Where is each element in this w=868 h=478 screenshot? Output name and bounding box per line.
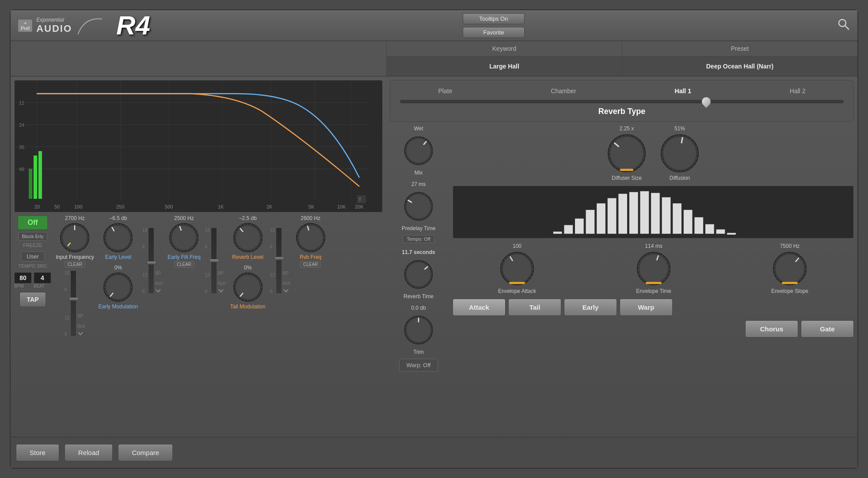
- svg-rect-101: [705, 224, 714, 234]
- env-slope-knob[interactable]: [772, 251, 807, 286]
- search-icon[interactable]: [837, 18, 850, 34]
- svg-text:5K: 5K: [308, 204, 315, 209]
- env-attack-knob[interactable]: [499, 251, 535, 286]
- reverb-level-group: −2.5 db Reverb Level 0%: [230, 215, 266, 310]
- rvb-freq-clear[interactable]: CLEAR: [300, 261, 321, 268]
- svg-rect-103: [727, 233, 736, 235]
- diffusion-knob[interactable]: [660, 133, 700, 173]
- predelay-knob[interactable]: [403, 191, 434, 222]
- rvb-freq-fader-thumb[interactable]: [274, 257, 284, 260]
- early-level-fader-thumb[interactable]: [147, 261, 156, 265]
- svg-text:36: 36: [19, 144, 24, 150]
- tooltips-button[interactable]: Tooltips On: [463, 13, 525, 24]
- svg-rect-88: [564, 225, 573, 234]
- svg-rect-91: [597, 203, 605, 234]
- early-mod-knob[interactable]: [103, 272, 133, 303]
- svg-point-47: [171, 225, 196, 250]
- input-freq-clear[interactable]: CLEAR: [65, 261, 85, 268]
- mix-knob[interactable]: [403, 135, 434, 166]
- svg-point-115: [775, 254, 804, 283]
- svg-point-79: [610, 137, 643, 170]
- favorite-button[interactable]: Favorite: [463, 27, 525, 38]
- beat-display[interactable]: 4: [34, 272, 51, 284]
- tab-hall1[interactable]: Hall 1: [671, 86, 695, 96]
- svg-rect-99: [684, 210, 693, 234]
- input-freq-value: 2700 Hz: [65, 215, 85, 221]
- pref-button[interactable]: + Pref: [18, 19, 33, 32]
- early-mod-pct: 0%: [114, 265, 122, 271]
- early-level-fader[interactable]: [148, 228, 154, 294]
- exponential-text: Exponential: [36, 17, 64, 23]
- reverb-level-fader[interactable]: [211, 228, 217, 294]
- rvb-freq-label: Rvb Freq: [300, 254, 321, 260]
- reverb-type-slider[interactable]: [400, 100, 844, 103]
- tab-hall2[interactable]: Hall 2: [786, 86, 809, 96]
- gate-mode-button[interactable]: Gate: [801, 320, 854, 338]
- env-attack-value: 100: [513, 243, 522, 249]
- svg-point-67: [406, 194, 431, 219]
- svg-text:500: 500: [165, 204, 173, 209]
- main-controls-area: Wet Mix 27 ms: [390, 125, 854, 433]
- early-mode-button[interactable]: Early: [564, 299, 617, 316]
- early-filt-knob[interactable]: [168, 222, 199, 253]
- tab-plate[interactable]: Plate: [434, 86, 456, 96]
- preset-value[interactable]: Deep Ocean Hall (Narr): [622, 57, 857, 76]
- rvb-freq-knob[interactable]: [295, 222, 326, 253]
- svg-rect-87: [553, 231, 562, 234]
- svg-point-63: [406, 138, 431, 163]
- header-right: [837, 18, 850, 34]
- diffuser-size-knob[interactable]: [607, 133, 647, 173]
- svg-rect-98: [673, 203, 681, 234]
- eq-display[interactable]: 12 24 36 48 T 20 50 100 250 500 1K 2K 5K: [14, 80, 383, 212]
- env-time-knob[interactable]: [636, 251, 671, 286]
- reverb-type-label: Reverb Type: [396, 107, 848, 116]
- reverb-time-label: Reverb Time: [404, 293, 434, 300]
- reverb-level-knob[interactable]: [232, 222, 263, 253]
- svg-point-39: [106, 225, 130, 250]
- reverb-type-slider-thumb[interactable]: [700, 95, 712, 108]
- fader3-down-chevron-icon: [218, 288, 224, 294]
- bpm-display[interactable]: 80: [14, 272, 32, 284]
- predelay-value: 27 ms: [411, 181, 426, 187]
- chorus-mode-button[interactable]: Chorus: [745, 320, 798, 338]
- warp-mode-button[interactable]: Warp: [620, 299, 673, 316]
- early-level-knob[interactable]: [103, 222, 133, 253]
- keyword-value[interactable]: Large Hall: [387, 57, 622, 76]
- svg-rect-102: [716, 229, 725, 234]
- early-filt-clear[interactable]: CLEAR: [174, 261, 194, 268]
- diffuser-size-label: Diffuser Size: [612, 175, 642, 181]
- svg-rect-97: [662, 197, 671, 234]
- reload-button[interactable]: Reload: [65, 444, 113, 461]
- tab-chamber[interactable]: Chamber: [547, 86, 580, 96]
- envelope-display: [453, 186, 854, 239]
- env-attack-label: Envelope Attack: [498, 288, 536, 294]
- warp-off-button[interactable]: Warp: Off: [399, 359, 438, 372]
- tap-button[interactable]: TAP: [19, 292, 46, 307]
- svg-text:10K: 10K: [337, 204, 346, 209]
- compare-button[interactable]: Compare: [118, 444, 173, 461]
- svg-rect-107: [509, 282, 525, 284]
- input-freq-knob[interactable]: [59, 222, 90, 253]
- predelay-label: Predelay Time: [402, 225, 436, 231]
- early-level-group: −6.5 db Early Level 0%: [99, 215, 138, 310]
- attack-mode-button[interactable]: Attack: [453, 299, 506, 316]
- reverb-level-fader-thumb[interactable]: [209, 259, 219, 262]
- trim-knob[interactable]: [403, 315, 434, 345]
- off-button[interactable]: Off: [17, 215, 48, 230]
- rvb-freq-fader[interactable]: [276, 228, 282, 294]
- tail-mode-button[interactable]: Tail: [508, 299, 561, 316]
- input-freq-fader[interactable]: [70, 270, 76, 337]
- svg-rect-15: [34, 156, 37, 199]
- early-level-value: −6.5 db: [109, 215, 127, 221]
- svg-text:250: 250: [116, 204, 124, 209]
- rvb-freq-fader-area: 126126 BPNch: [270, 228, 291, 294]
- reverb-time-knob[interactable]: [403, 259, 434, 290]
- store-button[interactable]: Store: [16, 444, 59, 461]
- tail-mod-knob[interactable]: [232, 272, 263, 303]
- user-button[interactable]: User: [21, 251, 44, 262]
- header: + Pref Exponential AUDIO R4 Tooltips On …: [11, 10, 857, 41]
- logo-area: + Pref Exponential AUDIO R4: [18, 12, 150, 39]
- input-freq-fader-thumb[interactable]: [69, 297, 79, 301]
- tempo-off-button[interactable]: Tempo: Off: [403, 235, 434, 243]
- block-erly-button[interactable]: Block Erly: [18, 232, 48, 241]
